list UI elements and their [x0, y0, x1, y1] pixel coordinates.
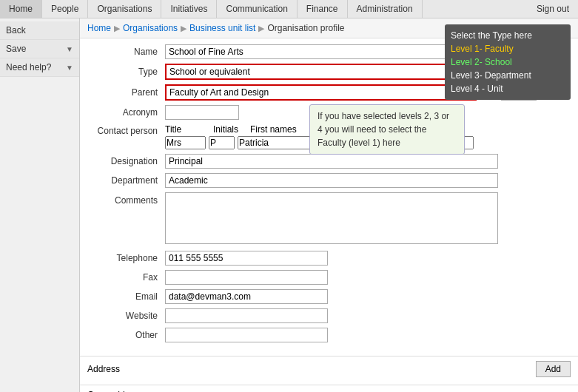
contact-title-label: Title — [165, 124, 206, 135]
help-arrow-icon: ▼ — [66, 64, 73, 72]
breadcrumb-home[interactable]: Home — [87, 23, 111, 33]
email-label: Email — [87, 291, 165, 302]
parent-input[interactable] — [165, 84, 477, 101]
add-button[interactable]: Add — [536, 361, 571, 377]
save-button[interactable]: Save ▼ — [0, 40, 79, 58]
designation-input-wrapper — [165, 154, 498, 169]
telephone-input-wrapper — [165, 251, 498, 266]
tooltip-line4: Level 3- Department — [451, 70, 531, 81]
nav-home[interactable]: Home — [0, 0, 42, 18]
website-label: Website — [87, 311, 165, 321]
fax-row: Fax — [87, 270, 571, 285]
breadcrumb-current: Organisation profile — [267, 23, 344, 33]
email-input[interactable] — [165, 289, 328, 304]
department-label: Department — [87, 175, 165, 186]
address-row: Address Add — [80, 356, 578, 382]
other-row: Other — [87, 328, 571, 342]
comments-label: Comments — [87, 192, 165, 206]
fax-input[interactable] — [165, 270, 328, 285]
contact-initials-label: Initials — [213, 124, 243, 135]
nav-communication[interactable]: Communication — [217, 0, 297, 18]
breadcrumb-sep2: ▶ — [181, 24, 186, 33]
name-label: Name — [87, 47, 165, 57]
main-content: Home ▶ Organisations ▶ Business unit lis… — [80, 18, 578, 392]
tooltip-line2: Level 1- Faculty — [451, 44, 514, 54]
department-input-wrapper — [165, 173, 498, 188]
tooltip-line3: Level 2- School — [451, 57, 512, 67]
designation-label: Designation — [87, 156, 165, 166]
designation-row: Designation — [87, 154, 571, 169]
tooltip-line1: Select the Type here — [451, 30, 532, 41]
help-button[interactable]: Need help? ▼ — [0, 58, 79, 77]
department-input[interactable] — [165, 173, 498, 188]
breadcrumb-business-unit-list[interactable]: Business unit list — [189, 23, 255, 33]
acronym-input[interactable] — [165, 105, 239, 120]
nav-finance[interactable]: Finance — [298, 0, 348, 18]
comments-row: Comments — [87, 192, 571, 246]
contact-initials-input[interactable] — [209, 136, 235, 149]
website-row: Website — [87, 308, 571, 323]
breadcrumb-organisations[interactable]: Organisations — [123, 23, 178, 33]
comments-textarea[interactable] — [165, 192, 498, 244]
nav-initiatives[interactable]: Initiatives — [161, 0, 217, 18]
breadcrumb-sep1: ▶ — [114, 24, 120, 33]
nav-administration[interactable]: Administration — [348, 0, 423, 18]
parent-label: Parent — [87, 87, 165, 98]
parent-tooltip-text: If you have selected levels 2, 3 or 4 yo… — [317, 111, 449, 148]
other-input-wrapper — [165, 328, 498, 342]
breadcrumb-sep3: ▶ — [258, 24, 264, 33]
type-label: Type — [87, 67, 165, 77]
back-button[interactable]: Back — [0, 21, 79, 40]
telephone-input[interactable] — [165, 251, 328, 266]
acronym-label: Acronym — [87, 107, 165, 118]
tooltip-line5: Level 4 - Unit — [451, 84, 503, 94]
contact-title-input[interactable] — [165, 136, 206, 149]
designation-input[interactable] — [165, 154, 498, 169]
nav-people[interactable]: People — [42, 0, 88, 18]
contact-label: Contact person — [87, 124, 165, 136]
other-label: Other — [87, 330, 165, 340]
type-tooltip: Select the Type here Level 1- Faculty Le… — [445, 24, 571, 100]
telephone-label: Telephone — [87, 253, 165, 263]
save-arrow-icon: ▼ — [66, 45, 73, 53]
website-input[interactable] — [165, 308, 328, 323]
sidebar: Back Save ▼ Need help? ▼ — [0, 18, 80, 392]
fax-label: Fax — [87, 272, 165, 283]
department-row: Department — [87, 173, 571, 188]
nav-organisations[interactable]: Organisations — [88, 0, 161, 18]
fax-input-wrapper — [165, 270, 498, 285]
other-input[interactable] — [165, 328, 328, 342]
website-input-wrapper — [165, 308, 498, 323]
top-nav: Home People Organisations Initiatives Co… — [0, 0, 578, 18]
nav-sign-out[interactable]: Sign out — [528, 0, 578, 18]
address-label: Address — [87, 364, 120, 374]
email-row: Email — [87, 289, 571, 304]
comments-input-wrapper — [165, 192, 498, 246]
parent-tooltip: If you have selected levels 2, 3 or 4 yo… — [309, 104, 465, 155]
telephone-row: Telephone — [87, 251, 571, 266]
email-input-wrapper — [165, 289, 498, 304]
ownership-row: Ownership — [80, 385, 578, 392]
